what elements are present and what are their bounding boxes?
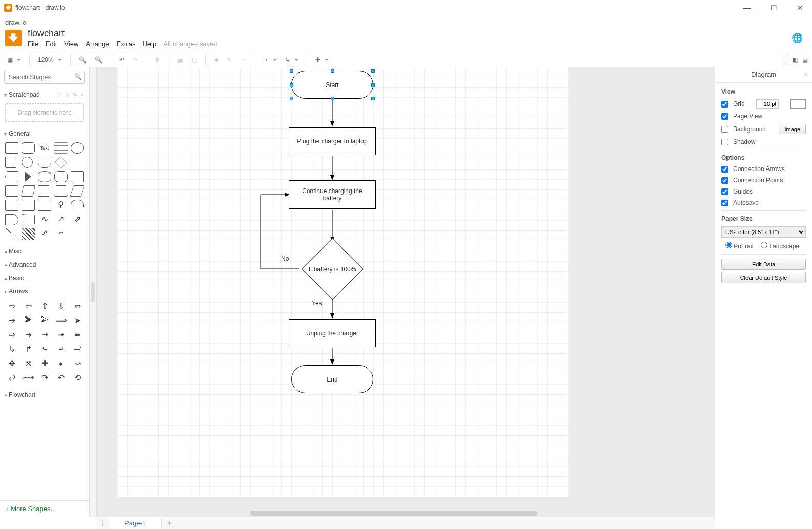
to-front-icon[interactable]: ▣: [175, 54, 186, 66]
node-continue[interactable]: Continue charging the battery: [289, 180, 376, 209]
menu-edit[interactable]: Edit: [46, 40, 57, 48]
edge-label-yes[interactable]: Yes: [312, 300, 322, 307]
shape-textbox[interactable]: [54, 142, 68, 154]
sidebar-splitter[interactable]: [90, 67, 97, 517]
scratchpad-dropzone[interactable]: Drag elements here: [5, 103, 84, 122]
outline-toggle-icon[interactable]: ▤: [802, 56, 808, 64]
shape-doc[interactable]: [71, 171, 84, 182]
orientation-portrait[interactable]: Portrait: [725, 242, 754, 250]
menu-file[interactable]: File: [28, 40, 38, 48]
arrow-a4[interactable]: ➟: [54, 329, 68, 340]
shadow-icon[interactable]: ▭: [237, 54, 249, 66]
arrow-z3[interactable]: ↷: [38, 372, 51, 383]
zoom-out-icon[interactable]: 🔍: [92, 54, 105, 66]
clear-default-style-button[interactable]: Clear Default Style: [721, 272, 806, 283]
node-decision[interactable]: If battery is 100%: [302, 238, 363, 300]
tab-page-1[interactable]: Page-1: [109, 517, 162, 529]
format-panel-toggle-icon[interactable]: ◧: [793, 56, 798, 64]
shape-trap[interactable]: [54, 185, 68, 197]
to-back-icon[interactable]: ▢: [188, 54, 200, 66]
arrow-corner2[interactable]: ↱: [22, 343, 35, 354]
minimize-button[interactable]: —: [739, 4, 755, 12]
arrow-jump[interactable]: ⤻: [71, 357, 84, 369]
shape-callout[interactable]: [38, 200, 51, 211]
arrow-callout[interactable]: ⬥: [54, 357, 68, 369]
paper-size-select[interactable]: US-Letter (8,5" x 11"): [721, 226, 806, 238]
node-plug[interactable]: Plug the charger to laptop: [289, 127, 376, 155]
shape-or[interactable]: [5, 214, 18, 225]
arrow-down[interactable]: ⇩: [54, 300, 68, 311]
tabs-menu-icon[interactable]: ⋮: [97, 517, 109, 529]
shape-biarrow[interactable]: ⇗: [71, 214, 84, 225]
more-shapes-button[interactable]: More Shapes...: [0, 500, 89, 517]
conn-points-checkbox[interactable]: [721, 177, 728, 184]
shape-cylinder[interactable]: [38, 171, 51, 182]
section-advanced[interactable]: ▸Advanced: [0, 258, 89, 271]
search-shapes-input[interactable]: [4, 71, 85, 84]
arrow-a5[interactable]: ➠: [71, 329, 84, 340]
section-misc[interactable]: ▸Misc: [0, 245, 89, 258]
insert-icon[interactable]: ✚: [312, 54, 332, 66]
menu-arrange[interactable]: Arrange: [86, 40, 109, 48]
arrow-corner1[interactable]: ↳: [5, 343, 18, 354]
shape-actor[interactable]: ⚲: [54, 200, 68, 211]
waypoint-style-icon[interactable]: ↳: [282, 54, 302, 66]
background-checkbox[interactable]: [721, 126, 728, 133]
arrow-notch[interactable]: ⮞: [22, 314, 35, 326]
shape-internal[interactable]: [5, 185, 18, 197]
node-unplug[interactable]: Unplug the charger: [289, 319, 376, 347]
arrow-up[interactable]: ⇧: [38, 300, 51, 311]
menu-view[interactable]: View: [64, 40, 78, 48]
shape-line-biarrow[interactable]: ↔: [54, 228, 68, 240]
grid-color-swatch[interactable]: [790, 99, 806, 109]
node-start[interactable]: Start: [291, 71, 373, 99]
edit-data-button[interactable]: Edit Data: [721, 259, 806, 270]
menu-extras[interactable]: Extras: [117, 40, 136, 48]
arrow-z5[interactable]: ⟲: [71, 372, 84, 383]
breadcrumb[interactable]: draw.io: [0, 15, 812, 26]
diagram-page[interactable]: Start Plug the charger to laptop Continu…: [117, 67, 568, 497]
shape-diamond[interactable]: [55, 156, 67, 168]
search-icon[interactable]: 🔍: [74, 73, 82, 80]
shape-parallelogram[interactable]: [70, 185, 84, 197]
arrow-wide[interactable]: ⟹: [54, 314, 68, 326]
shadow-checkbox[interactable]: [721, 139, 728, 145]
section-arrows[interactable]: ▾Arrows: [0, 285, 89, 298]
guides-checkbox[interactable]: [721, 188, 728, 195]
section-general[interactable]: ▾General: [0, 127, 89, 140]
arrow-bent[interactable]: ⮐: [71, 343, 84, 354]
add-page-button[interactable]: +: [162, 517, 177, 529]
shape-square[interactable]: [5, 157, 16, 168]
arrow-z2[interactable]: ⟿: [22, 372, 35, 383]
arrow-right[interactable]: ⇨: [5, 300, 18, 311]
arrow-a3[interactable]: ➞: [38, 329, 51, 340]
close-panel-icon[interactable]: ×: [804, 71, 808, 78]
arrow-slim[interactable]: ➤: [71, 314, 84, 326]
conn-arrows-checkbox[interactable]: [721, 166, 728, 173]
shape-g1[interactable]: [5, 200, 18, 211]
grid-checkbox[interactable]: [721, 101, 728, 108]
maximize-button[interactable]: ☐: [766, 4, 781, 12]
shape-triangle[interactable]: [25, 172, 31, 182]
scratchpad-tools[interactable]: ? + ✎ ×: [59, 92, 85, 98]
shape-card[interactable]: [22, 200, 35, 211]
arrow-left[interactable]: ⇦: [22, 300, 35, 311]
close-button[interactable]: ✕: [793, 4, 808, 12]
shape-bracket[interactable]: [71, 200, 84, 207]
horizontal-scrollbar[interactable]: [250, 511, 537, 516]
shape-hex[interactable]: [71, 157, 84, 168]
shape-tape[interactable]: [22, 214, 35, 225]
arrow-chevron[interactable]: ⮚: [38, 314, 51, 326]
arrow-a1[interactable]: ⇨: [5, 329, 18, 340]
shape-text[interactable]: Text: [38, 142, 51, 154]
undo-icon[interactable]: ↶: [116, 54, 127, 66]
arrow-cross[interactable]: ✚: [38, 357, 51, 369]
redo-icon[interactable]: ↷: [130, 54, 141, 66]
shape-circle[interactable]: [22, 157, 33, 168]
section-basic[interactable]: ▸Basic: [0, 271, 89, 285]
edge-label-no[interactable]: No: [281, 255, 289, 262]
fullscreen-icon[interactable]: ⛶: [782, 56, 788, 64]
arrow-z4[interactable]: ↶: [54, 372, 68, 383]
arrow-lr[interactable]: ⇔: [71, 300, 84, 311]
shape-arrow-ne[interactable]: ↗: [54, 214, 68, 225]
